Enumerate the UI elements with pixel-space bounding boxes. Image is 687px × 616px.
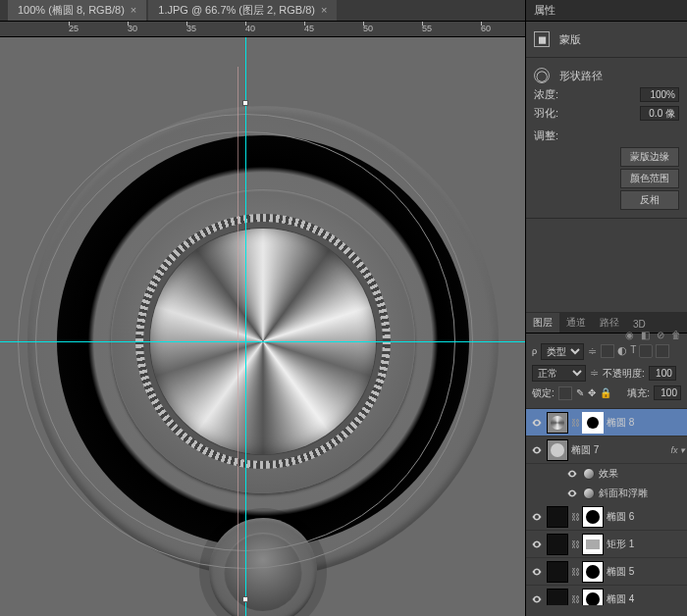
bottom-knob-inner [224,533,302,611]
layer-name[interactable]: 椭圆 5 [607,565,634,579]
feather-label: 羽化: [534,106,558,121]
layer-name[interactable]: 矩形 1 [607,538,634,551]
layer-name[interactable]: 椭圆 8 [607,416,634,430]
ruler-tick: 50 [363,22,373,33]
layer-thumbnail[interactable] [547,439,568,461]
panel-title: 属性 [534,3,555,18]
layer-row[interactable]: ⛓ 椭圆 8 [526,409,687,436]
right-panel: 属性 ◼蒙版 ◯形状路径 浓度: 羽化: 调整: 蒙版边缘 颜色范围 反相 ◉ … [525,0,687,616]
lock-all-icon[interactable]: 🔒 [600,387,611,398]
density-input[interactable] [640,87,679,102]
filter-shape-icon[interactable] [639,344,653,358]
visibility-toggle[interactable] [565,467,579,481]
link-icon: ⛓ [571,567,579,577]
feather-input[interactable] [640,106,679,121]
lock-pixels-icon[interactable] [558,386,572,400]
mask-icon: ◼ [534,31,550,47]
visibility-toggle[interactable] [565,487,579,500]
layer-row[interactable]: ⛓ 矩形 1 [526,531,687,558]
blend-mode-select[interactable]: 正常 [532,365,586,382]
transform-handle-top[interactable] [242,100,248,106]
ruler-tick: 45 [304,22,314,33]
layer-controls: ρ 类型 ≑ ◐ T 正常 ≑ 不透明度: 锁定: ✎ ✥ 🔒 填充: [526,334,687,409]
layer-list: ⛓ 椭圆 8 椭圆 7 fx ▾ 效果 斜面和浮雕 ⛓ 椭圆 6 ⛓ 矩形 1 … [526,409,687,605]
fx-icon [583,468,595,480]
layer-name[interactable]: 椭圆 6 [607,510,634,524]
layer-row[interactable]: ⛓ 椭圆 6 [526,503,687,531]
link-icon: ⛓ [571,512,579,522]
ruler-horizontal[interactable]: 25 30 35 40 45 50 55 60 [0,22,525,37]
layer-thumbnail[interactable] [547,589,568,606]
layer-thumbnail[interactable] [547,506,568,528]
tab-label: 100% (椭圆 8, RGB/8) [18,4,125,16]
fill-input[interactable] [654,385,681,400]
link-icon: ⛓ [571,594,579,604]
link-icon: ⛓ [571,418,579,428]
visibility-toggle[interactable] [530,565,544,579]
fill-label: 填充: [627,386,650,400]
filter-pixel-icon[interactable] [601,344,614,358]
trash-icon[interactable]: 🗑 [669,330,683,343]
color-range-button[interactable]: 颜色范围 [620,169,679,188]
visibility-toggle[interactable] [530,416,544,430]
effect-label: 斜面和浮雕 [599,487,648,500]
mask-label: 蒙版 [559,32,581,47]
tab-layers[interactable]: 图层 [526,313,559,333]
guide-horizontal[interactable] [0,341,525,342]
visibility-toggle[interactable] [530,443,544,457]
layer-name[interactable]: 椭圆 4 [607,592,634,606]
mask-mini-icon[interactable]: ◧ [638,330,652,343]
ruler-tick: 60 [481,22,491,33]
close-icon[interactable]: × [321,4,327,16]
lock-label: 锁定: [532,386,555,400]
shape-path-icon: ◯ [534,68,550,83]
filter-adjust-icon[interactable]: ◐ [617,344,627,358]
canvas-area[interactable] [0,37,525,616]
fx-badge[interactable]: fx ▾ [670,445,685,455]
mask-thumbnail[interactable] [582,534,604,555]
tab-label: 1.JPG @ 66.7% (图层 2, RGB/8) [158,4,315,16]
effect-label: 效果 [599,467,618,481]
ruler-tick: 30 [128,22,137,33]
visibility-toggle[interactable] [530,538,544,551]
layer-thumbnail[interactable] [547,534,568,555]
tab-channels[interactable]: 通道 [559,313,593,333]
layer-thumbnail[interactable] [547,561,568,583]
layer-name[interactable]: 椭圆 7 [571,443,599,457]
filter-type-icon[interactable]: T [630,344,636,358]
opacity-label: 不透明度: [603,367,645,381]
mask-thumbnail[interactable] [582,561,604,583]
document-tab-1[interactable]: 100% (椭圆 8, RGB/8)× [8,0,146,21]
ruler-tick: 40 [245,22,255,33]
guide-vertical[interactable] [245,37,246,616]
effects-row[interactable]: 效果 [526,464,687,484]
close-icon[interactable]: × [131,4,136,16]
eye-icon[interactable]: ◉ [622,330,636,343]
ruler-tick: 25 [69,22,79,33]
visibility-toggle[interactable] [530,592,544,606]
panel-footer-icons: ◉ ◧ ⊘ 🗑 [622,330,683,343]
ruler-tick: 35 [186,22,196,33]
effect-bevel-row[interactable]: 斜面和浮雕 [526,484,687,503]
layer-row[interactable]: ⛓ 椭圆 4 [526,586,687,605]
document-tab-2[interactable]: 1.JPG @ 66.7% (图层 2, RGB/8)× [148,0,337,21]
properties-panel-header[interactable]: 属性 [526,0,687,22]
filter-kind-select[interactable]: 类型 [541,343,584,360]
tab-paths[interactable]: 路径 [593,313,626,333]
mask-thumbnail[interactable] [582,589,604,606]
visibility-toggle[interactable] [530,510,544,524]
mask-edge-button[interactable]: 蒙版边缘 [620,147,679,167]
shape-path-label: 形状路径 [559,69,603,83]
transform-handle-bottom[interactable] [242,596,248,602]
mask-thumbnail[interactable] [582,412,604,434]
link-icon: ⛓ [571,539,579,549]
mask-thumbnail[interactable] [582,506,604,528]
filter-smart-icon[interactable] [656,344,669,358]
layer-thumbnail[interactable] [547,412,568,434]
layer-row[interactable]: ⛓ 椭圆 5 [526,558,687,586]
layer-row[interactable]: 椭圆 7 fx ▾ [526,436,687,464]
invert-button[interactable]: 反相 [620,190,679,210]
density-label: 浓度: [534,87,558,102]
disable-icon[interactable]: ⊘ [654,330,667,343]
opacity-input[interactable] [649,366,676,381]
